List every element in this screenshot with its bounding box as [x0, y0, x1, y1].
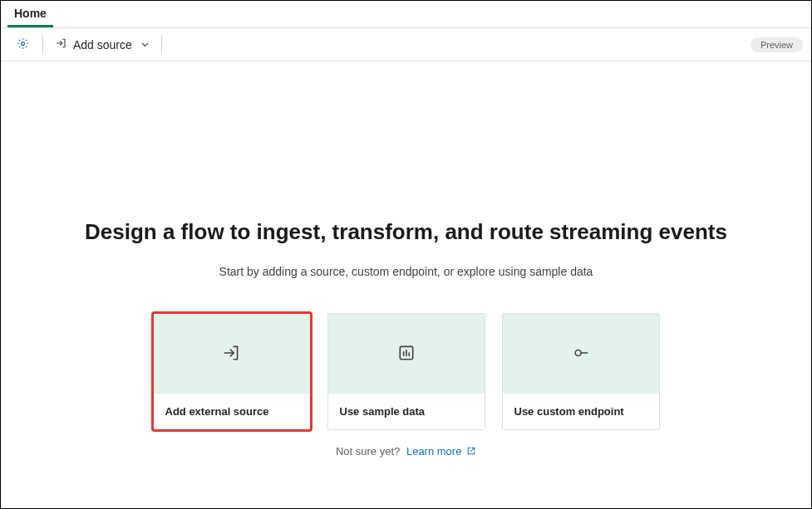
- card-row: Add external source Use sample data: [153, 313, 660, 430]
- card-icon-zone: [328, 314, 485, 394]
- bar-chart-icon: [397, 344, 416, 365]
- card-label: Use sample data: [328, 394, 485, 429]
- gear-icon: [16, 37, 30, 53]
- hero-section: Design a flow to ingest, transform, and …: [1, 61, 811, 458]
- card-use-sample-data[interactable]: Use sample data: [327, 313, 485, 430]
- tab-bar: Home: [1, 1, 811, 28]
- chevron-down-icon: [140, 38, 150, 51]
- card-label: Use custom endpoint: [503, 394, 659, 429]
- card-add-external-source[interactable]: Add external source: [153, 313, 311, 430]
- svg-point-2: [575, 350, 581, 355]
- not-sure-text: Not sure yet?: [336, 445, 400, 458]
- external-link-icon: [466, 446, 476, 458]
- add-source-button[interactable]: Add source: [50, 32, 155, 58]
- preview-badge: Preview: [750, 37, 803, 52]
- settings-button[interactable]: [9, 32, 36, 58]
- card-icon-zone: [503, 314, 659, 394]
- enter-icon: [55, 37, 68, 52]
- tab-home[interactable]: Home: [7, 1, 53, 27]
- page-title: Design a flow to ingest, transform, and …: [85, 219, 727, 245]
- card-label: Add external source: [154, 394, 310, 429]
- footer-hint: Not sure yet? Learn more: [336, 445, 476, 458]
- card-use-custom-endpoint[interactable]: Use custom endpoint: [502, 313, 660, 430]
- add-source-label: Add source: [73, 38, 132, 51]
- toolbar-separator: [161, 35, 162, 55]
- learn-more-link[interactable]: Learn more: [406, 445, 476, 458]
- page-subtitle: Start by adding a source, custom endpoin…: [219, 265, 593, 278]
- card-icon-zone: [154, 314, 310, 394]
- enter-icon: [223, 344, 241, 365]
- endpoint-icon: [572, 344, 590, 365]
- toolbar-separator: [42, 35, 43, 55]
- toolbar: Add source Preview: [1, 28, 811, 61]
- svg-point-0: [21, 42, 24, 45]
- learn-more-label: Learn more: [406, 445, 461, 458]
